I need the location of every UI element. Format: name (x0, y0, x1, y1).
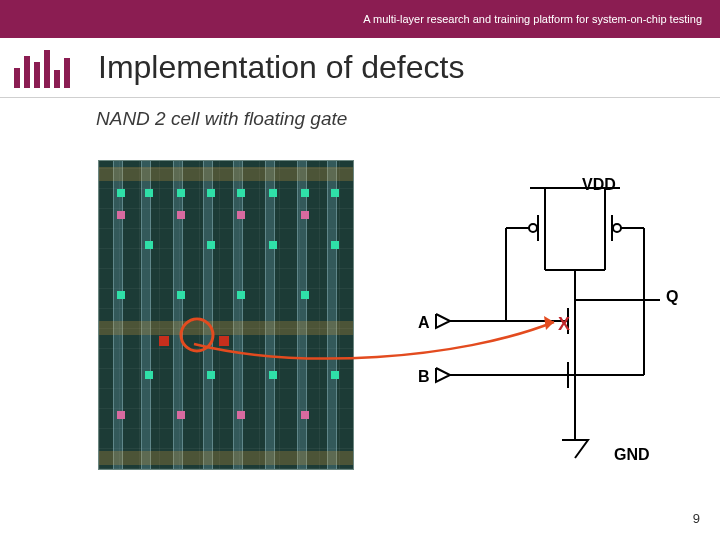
svg-point-6 (529, 224, 537, 232)
label-b: B (418, 368, 430, 386)
header-banner: A multi-layer research and training plat… (0, 0, 720, 38)
label-a: A (418, 314, 430, 332)
slide-title: Implementation of defects (98, 49, 464, 86)
slide: A multi-layer research and training plat… (0, 0, 720, 540)
page-number: 9 (693, 511, 700, 526)
schematic: VDD Q A B GND X (410, 170, 710, 470)
defect-x-mark: X (558, 314, 570, 335)
chip-layout-image (98, 160, 354, 470)
svg-point-10 (613, 224, 621, 232)
label-vdd: VDD (582, 176, 616, 194)
title-area: Implementation of defects (0, 38, 720, 98)
label-gnd: GND (614, 446, 650, 464)
logo-bars-icon (8, 48, 92, 88)
header-subtitle: A multi-layer research and training plat… (363, 13, 702, 25)
slide-subtitle: NAND 2 cell with floating gate (96, 108, 347, 130)
label-q: Q (666, 288, 678, 306)
defect-highlight-circle-icon (99, 161, 354, 470)
svg-point-0 (181, 319, 213, 351)
